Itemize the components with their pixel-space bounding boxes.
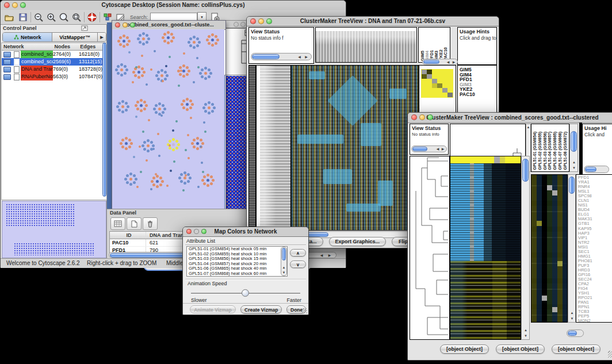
scroll-left-icon[interactable]: ◀ — [446, 60, 450, 64]
zoom-fit-icon[interactable] — [59, 12, 69, 22]
resize-grip[interactable] — [302, 308, 307, 313]
network-list-empty-area[interactable] — [2, 81, 106, 200]
tab-vizmapper[interactable]: VizMapper™ — [52, 33, 98, 41]
scroll-left-icon[interactable]: ◀ — [435, 147, 440, 151]
treeview2-title-bar[interactable]: ClusterMaker TreeView : combined_scores_… — [408, 113, 612, 123]
main-title-bar[interactable]: Cytoscape Desktop (Session Name: collins… — [1, 1, 346, 10]
network-table-header[interactable]: Network Nodes Edges — [2, 43, 106, 51]
tab-overflow-button[interactable]: ▶ — [98, 33, 106, 41]
network-view-title-bar[interactable]: combined_scores_good.txt--cluste... — [112, 21, 225, 30]
attribute-list-vscroll[interactable]: ▲ ▼ — [281, 247, 287, 276]
window-controls[interactable] — [115, 22, 135, 28]
tv1-global-view-strip[interactable] — [248, 65, 256, 231]
tv2-heatmap-vscroll-thumb[interactable] — [522, 159, 529, 182]
slider-thumb[interactable] — [242, 289, 249, 297]
tv1-heatmap[interactable] — [291, 65, 419, 231]
window-controls[interactable] — [4, 2, 26, 8]
network-canvas[interactable] — [112, 29, 224, 209]
resize-grip[interactable] — [608, 351, 612, 358]
tv2-action-button[interactable]: [object Object] — [496, 344, 545, 354]
save-icon[interactable] — [18, 12, 28, 22]
open-file-icon[interactable] — [4, 12, 14, 22]
scroll-up-icon[interactable]: ▲ — [526, 125, 530, 129]
window-controls[interactable] — [186, 229, 206, 234]
scroll-up-icon[interactable]: ▲ — [571, 160, 577, 164]
tv1-row-dendrogram[interactable] — [256, 65, 291, 231]
network-table-row[interactable]: DNA and Tran 07 769(0) 183728(0) — [2, 66, 106, 73]
tv2-row-dendrogram[interactable] — [410, 156, 450, 340]
tv2-zoom-heatmap[interactable] — [531, 174, 568, 323]
tv2-bottom-scroll-thumb[interactable] — [568, 331, 577, 336]
tv2-genelist-vscroll-thumb[interactable] — [569, 177, 575, 194]
table-grid-icon-button[interactable] — [110, 217, 125, 230]
scroll-right-icon[interactable]: ▶ — [441, 147, 445, 151]
attribute-list-vscroll-thumb[interactable] — [282, 248, 286, 260]
tv1-labels-hscroll[interactable]: ◀ ▶ — [422, 59, 458, 65]
column-label: GPL51-01 (GSM854) — [533, 132, 537, 170]
tv1-status-scroll-thumb[interactable] — [252, 54, 280, 59]
scroll-up-icon[interactable]: ▲ — [282, 265, 286, 270]
tv2-status-scroll-track[interactable]: ◀ ▶ — [411, 145, 447, 152]
tv2-usage-scroll-thumb[interactable] — [585, 167, 596, 172]
tv2-heatmap-vscroll[interactable]: ▲ ▼ — [521, 156, 530, 340]
tab-network[interactable]: Network — [3, 33, 52, 41]
scroll-right-icon[interactable]: ▶ — [452, 60, 456, 64]
zoom-selected-icon[interactable] — [71, 12, 82, 22]
scroll-down-icon[interactable]: ▼ — [523, 334, 529, 338]
minimize-icon — [12, 2, 18, 8]
tv2-collabel-vscroll[interactable]: ▲ ▼ — [569, 124, 578, 172]
divider — [185, 279, 306, 279]
window-controls[interactable] — [411, 114, 433, 120]
tv1-column-dendrogram[interactable] — [315, 27, 417, 63]
scroll-down-icon[interactable]: ▼ — [571, 166, 577, 170]
network-table-row[interactable]: combined_scores 2764(0) 16218(0) — [2, 51, 106, 58]
close-icon — [250, 18, 256, 24]
create-vizmap-button[interactable]: Create Vizmap — [240, 305, 282, 313]
scroll-left-icon[interactable]: ◀ — [297, 55, 302, 59]
float-panel-icon[interactable] — [81, 25, 88, 31]
treeview2-window: ClusterMaker TreeView : combined_scores_… — [407, 112, 612, 361]
map-dialog-title-bar[interactable]: Map Colors to Network — [183, 227, 308, 237]
network-table-row[interactable]: combined_sco 2569(6) 13112(15) — [2, 58, 106, 66]
minimize-icon — [194, 229, 199, 234]
tv2-bottom-scroll-fragment[interactable] — [567, 329, 584, 337]
network-table-row[interactable]: RNAPuberNov2+ 563(0) 107847(0) — [2, 73, 106, 81]
tv2-action-button[interactable]: [object Object] — [552, 344, 600, 354]
move-up-button[interactable]: ∧ — [290, 249, 306, 256]
window-controls[interactable] — [250, 18, 272, 24]
delete-trash-icon-button[interactable] — [143, 217, 158, 230]
help-lifering-icon[interactable] — [87, 12, 97, 22]
scroll-up-icon[interactable]: ▲ — [569, 311, 575, 315]
zoom-in-icon[interactable] — [46, 12, 56, 22]
network-overview-thumbnail[interactable] — [2, 201, 106, 258]
tv1-action-button[interactable]: Export Graphics... — [329, 237, 387, 246]
attribute-listbox: GPL51-01 (GSM854) heat shock 05 minGPL51… — [186, 246, 288, 277]
treeview1-title-bar[interactable]: ClusterMaker TreeView : DNA and Tran 07-… — [247, 17, 499, 26]
view-status-title: View Status — [410, 124, 448, 131]
scroll-up-icon[interactable]: ▲ — [523, 328, 529, 332]
tv2-status-scroll-thumb[interactable] — [412, 147, 427, 151]
zoom-out-icon[interactable] — [33, 12, 44, 22]
control-panel-scrollbar[interactable] — [102, 43, 106, 197]
correlation-matrix-thumbnail[interactable] — [421, 69, 453, 98]
minimize-icon — [258, 18, 264, 24]
tv1-status-scroll-track[interactable]: ◀ ▶ — [251, 53, 312, 60]
new-document-icon-button[interactable] — [127, 217, 141, 230]
scroll-left-icon[interactable]: ◀ — [319, 253, 324, 258]
tv2-heatmap[interactable] — [450, 156, 521, 340]
tv2-action-button[interactable]: [object Object] — [440, 344, 489, 354]
gene-label[interactable]: MON2 — [578, 319, 612, 323]
scroll-down-icon[interactable]: ▼ — [569, 316, 575, 321]
tv2-genelist-vscroll[interactable]: ▲ ▼ — [568, 174, 576, 323]
tv1-labels-hscroll-thumb[interactable] — [423, 60, 439, 64]
scroll-right-icon[interactable]: ▶ — [327, 253, 332, 258]
move-down-button[interactable]: ∨ — [290, 260, 306, 268]
tv2-collabel-vscroll-thumb[interactable] — [571, 131, 577, 152]
attribute-list-item[interactable]: GPL51-07 (GSM868) heat shock 60 min — [187, 271, 287, 277]
scroll-down-icon[interactable]: ▼ — [282, 270, 286, 275]
row-label[interactable]: PAC10 — [460, 92, 496, 97]
animation-speed-slider[interactable] — [191, 289, 300, 297]
scroll-right-icon[interactable]: ▶ — [304, 55, 309, 59]
tv2-usage-scroll-track[interactable] — [584, 166, 609, 173]
animate-vizmap-button[interactable]: Animate Vizmap — [190, 305, 236, 313]
